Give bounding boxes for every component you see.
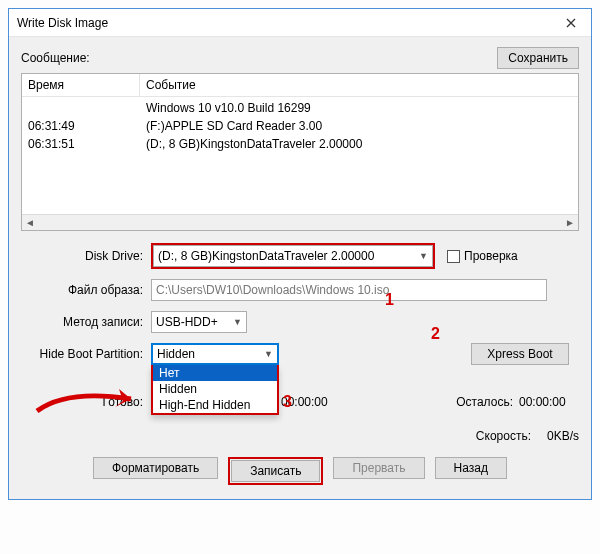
format-button[interactable]: Форматировать: [93, 457, 218, 479]
scroll-left-icon[interactable]: ◄: [22, 217, 38, 228]
speed-value: 0KB/s: [547, 429, 579, 443]
verify-checkbox[interactable]: Проверка: [447, 249, 518, 263]
save-button[interactable]: Сохранить: [497, 47, 579, 69]
ready-label: Готово:: [21, 395, 151, 409]
annotation-callout: 3: [283, 393, 292, 411]
abort-button: Прервать: [333, 457, 424, 479]
xpress-boot-button[interactable]: Xpress Boot: [471, 343, 569, 365]
annotation-callout: 1: [385, 291, 394, 309]
chevron-down-icon: ▼: [227, 317, 242, 327]
back-button[interactable]: Назад: [435, 457, 507, 479]
hide-boot-dropdown: Нет Hidden High-End Hidden: [151, 365, 279, 415]
chevron-down-icon: ▼: [258, 349, 273, 359]
dropdown-option[interactable]: High-End Hidden: [153, 397, 277, 413]
disk-drive-select[interactable]: (D:, 8 GB)KingstonDataTraveler 2.00000 ▼: [153, 245, 433, 267]
log-header-time[interactable]: Время: [22, 74, 140, 96]
image-file-input[interactable]: [151, 279, 547, 301]
hide-boot-select[interactable]: Hidden ▼: [151, 343, 279, 365]
disk-drive-label: Disk Drive:: [21, 249, 151, 263]
log-row: Windows 10 v10.0 Build 16299: [22, 99, 578, 117]
window-title: Write Disk Image: [17, 16, 108, 30]
speed-label: Скорость:: [476, 429, 531, 443]
scroll-right-icon[interactable]: ►: [562, 217, 578, 228]
chevron-down-icon: ▼: [413, 251, 428, 261]
hide-boot-label: Hide Boot Partition:: [21, 347, 151, 361]
dropdown-option[interactable]: Нет: [153, 365, 277, 381]
image-file-label: Файл образа:: [21, 283, 151, 297]
dropdown-option[interactable]: Hidden: [153, 381, 277, 397]
log-header-event[interactable]: Событие: [140, 74, 578, 96]
message-label: Сообщение:: [21, 51, 90, 65]
log-area: Время Событие Windows 10 v10.0 Build 162…: [21, 73, 579, 231]
log-row: 06:31:51 (D:, 8 GB)KingstonDataTraveler …: [22, 135, 578, 153]
write-method-select[interactable]: USB-HDD+ ▼: [151, 311, 247, 333]
close-icon: [566, 18, 576, 28]
checkbox-icon: [447, 250, 460, 263]
horizontal-scrollbar[interactable]: ◄ ►: [22, 214, 578, 230]
log-row: 06:31:49 (F:)APPLE SD Card Reader 3.00: [22, 117, 578, 135]
annotation-callout: 2: [431, 325, 440, 343]
remaining-label: Осталось:: [449, 395, 519, 409]
close-button[interactable]: [551, 10, 591, 36]
write-button[interactable]: Записать: [231, 460, 320, 482]
write-method-label: Метод записи:: [21, 315, 151, 329]
remaining-value: 00:00:00: [519, 395, 579, 409]
